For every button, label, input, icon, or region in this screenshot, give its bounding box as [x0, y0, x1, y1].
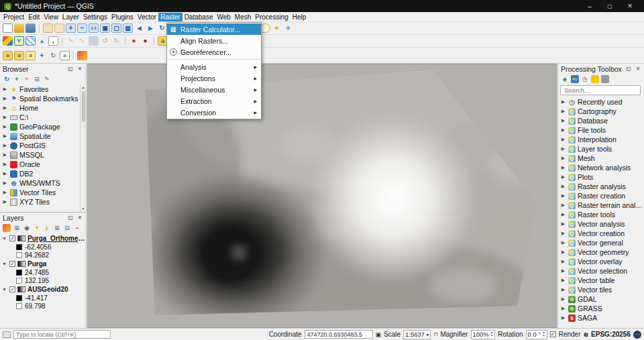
expand-arrow-icon[interactable] — [2, 162, 8, 167]
history-icon[interactable] — [581, 75, 589, 83]
toolbox-item[interactable]: Raster tools — [558, 210, 644, 219]
change-label-properties-icon[interactable] — [60, 51, 70, 60]
add-record-icon[interactable] — [129, 36, 139, 46]
expand-arrow-icon[interactable] — [560, 174, 566, 180]
expand-arrow-icon[interactable] — [560, 306, 566, 311]
expand-all-icon[interactable] — [53, 224, 61, 232]
expand-arrow-icon[interactable] — [560, 212, 566, 217]
expand-arrow-icon[interactable] — [560, 259, 566, 264]
browser-item[interactable]: XYZ Tiles — [0, 197, 86, 207]
browser-item[interactable]: Vector Tiles — [0, 188, 86, 197]
rotation-spinbox[interactable]: 0.0 ° ▲▼ — [526, 330, 547, 339]
expand-arrow-icon[interactable] — [560, 203, 566, 208]
toolbox-item[interactable]: Vector table — [558, 276, 644, 285]
browser-item[interactable]: Home — [0, 103, 86, 113]
raster-menu-item[interactable]: Raster Calculator... — [167, 23, 261, 35]
toolbox-item[interactable]: Layer tools — [558, 144, 644, 154]
expand-arrow-icon[interactable] — [2, 152, 8, 158]
crs-icon[interactable] — [584, 331, 589, 338]
close-button[interactable] — [620, 0, 640, 12]
magnifier-spinbox[interactable]: 100% ▲▼ — [471, 330, 496, 339]
zoom-full-icon[interactable] — [100, 23, 110, 33]
add-group-icon[interactable] — [13, 224, 21, 232]
expand-arrow-icon[interactable] — [2, 124, 8, 129]
browser-item[interactable]: Oracle — [0, 160, 86, 169]
float-panel-button[interactable] — [625, 66, 632, 72]
remove-layer-icon[interactable] — [73, 224, 81, 232]
toolbox-item[interactable]: Raster terrain analysis — [558, 201, 644, 210]
expand-arrow-icon[interactable] — [560, 156, 566, 161]
add-layers-icon[interactable] — [13, 75, 21, 83]
menubar-item[interactable]: Vector — [136, 13, 158, 21]
menubar-item[interactable]: Settings — [81, 13, 109, 21]
toolbox-item[interactable]: Network analysis — [558, 163, 644, 172]
browser-item[interactable]: DB2 — [0, 169, 86, 178]
layer-item[interactable]: Purga — [0, 259, 86, 268]
toolbox-item[interactable]: Vector creation — [558, 229, 644, 238]
minimize-button[interactable] — [580, 0, 600, 12]
undo-icon[interactable] — [100, 36, 110, 46]
pan-to-selection-icon[interactable] — [54, 23, 64, 33]
browser-item[interactable]: Favorites — [0, 84, 86, 94]
raster-submenu-item[interactable]: Projections — [167, 72, 261, 84]
layer-item[interactable]: AUSGeoid20 — [0, 284, 86, 294]
raster-menu-item[interactable]: Align Rasters... — [167, 35, 261, 46]
expand-arrow-icon[interactable] — [2, 190, 8, 195]
toolbox-item[interactable]: Vector geometry — [558, 247, 644, 257]
browser-item[interactable]: Spatial Bookmarks — [0, 94, 86, 103]
close-panel-button[interactable] — [76, 215, 83, 221]
expand-arrow-icon[interactable] — [560, 296, 566, 302]
messages-icon[interactable] — [633, 331, 641, 339]
raster-submenu-item[interactable]: Miscellaneous — [167, 84, 261, 95]
menubar-item[interactable]: Database — [182, 13, 215, 21]
float-panel-button[interactable] — [67, 66, 74, 72]
crs-status[interactable]: EPSG:20256 — [591, 331, 631, 338]
float-panel-button[interactable] — [67, 215, 74, 221]
show-bookmarks-icon[interactable] — [283, 23, 293, 33]
browser-properties-icon[interactable] — [43, 75, 51, 83]
menubar-item[interactable]: Edit — [26, 13, 42, 21]
expand-arrow-icon[interactable] — [2, 171, 8, 176]
expand-arrow-icon[interactable] — [560, 221, 566, 227]
toolbox-item[interactable]: Raster creation — [558, 191, 644, 201]
zoom-last-icon[interactable] — [134, 23, 144, 33]
toolbox-item[interactable]: Recently used — [558, 97, 644, 107]
scrollbar-thumb[interactable] — [82, 91, 85, 122]
expand-arrow-icon[interactable] — [560, 231, 566, 236]
menubar-item[interactable]: Project — [1, 13, 26, 21]
raster-submenu-item[interactable]: Extraction — [167, 95, 261, 107]
pan-map-icon[interactable] — [43, 23, 53, 33]
expand-arrow-icon[interactable] — [2, 199, 8, 205]
layer-styling-icon[interactable] — [77, 51, 87, 60]
expand-arrow-icon[interactable] — [560, 146, 566, 152]
browser-item[interactable]: WMS/WMTS — [0, 178, 86, 188]
browser-scrollbar[interactable]: ▲ ▼ — [80, 84, 86, 211]
expand-arrow-icon[interactable] — [2, 133, 8, 139]
close-panel-button[interactable] — [635, 66, 641, 72]
layer-labeling-icon[interactable] — [3, 51, 13, 60]
results-viewer-icon[interactable] — [591, 75, 599, 83]
toolbox-item[interactable]: Mesh — [558, 154, 644, 163]
expand-arrow-icon[interactable] — [2, 87, 8, 92]
current-edits-icon[interactable] — [66, 36, 76, 46]
refresh-map-icon[interactable] — [157, 23, 167, 33]
save-project-icon[interactable] — [25, 23, 36, 33]
expand-arrow-icon[interactable] — [560, 99, 566, 105]
expand-arrow-icon[interactable] — [2, 96, 8, 101]
delete-record-icon[interactable] — [140, 36, 150, 46]
model-designer-icon[interactable] — [561, 75, 569, 83]
toolbox-search-input[interactable] — [560, 85, 641, 95]
redo-icon[interactable] — [111, 36, 121, 46]
expand-arrow-icon[interactable] — [560, 127, 566, 133]
filter-expression-icon[interactable] — [43, 224, 51, 232]
collapse-arrow-icon[interactable] — [1, 262, 7, 266]
toggle-editing-icon[interactable] — [77, 36, 87, 46]
python-scripts-icon[interactable] — [571, 75, 579, 83]
toolbox-item[interactable]: SAGA — [558, 313, 644, 323]
toolbox-item[interactable]: Interpolation — [558, 135, 644, 144]
scale-combo[interactable]: 1:5637 — [403, 330, 431, 339]
locate-input[interactable] — [13, 330, 111, 339]
pin-labels-icon[interactable] — [14, 51, 24, 60]
toolbox-item[interactable]: File tools — [558, 125, 644, 135]
menubar-item[interactable]: Raster — [158, 13, 182, 21]
